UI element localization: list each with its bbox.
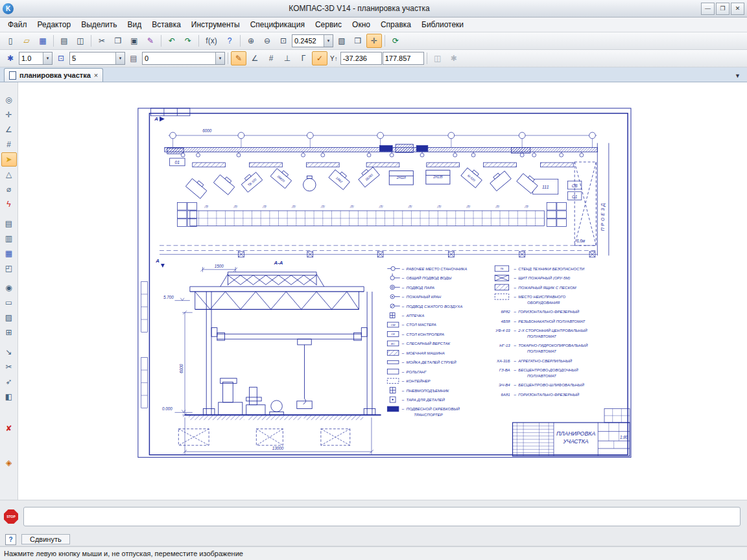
current-state-toolbar: ✱1.0▾⊡5▾▤0▾✎∠#⊥Г✓Y↑-37.236177.857◫✱ [0, 50, 747, 67]
variables-button[interactable]: f(x) [202, 34, 221, 48]
svg-text:ХА-31Б: ХА-31Б [496, 359, 510, 363]
delete-tool-button[interactable]: ✘ [1, 421, 17, 436]
print-button[interactable]: ▤ [56, 34, 72, 48]
key-tool-button[interactable]: ➤ [1, 152, 17, 167]
redo-button[interactable]: ↷ [180, 34, 196, 48]
print-preview-button[interactable]: ◫ [73, 34, 88, 48]
document-tool-button[interactable]: ▤ [1, 216, 17, 231]
x-coordinate-field[interactable]: -37.236 [340, 52, 382, 65]
step-style-button[interactable]: ⊡ [53, 51, 69, 65]
close-button[interactable]: ✕ [731, 3, 744, 15]
window-list-dropdown-icon[interactable]: ▼ [732, 70, 743, 82]
frame-tool-icon: ▦ [5, 250, 12, 257]
menu-item[interactable]: Окно [347, 18, 375, 31]
pan-tool-button[interactable]: ✛ [1, 108, 17, 122]
restore-button[interactable]: ❐ [716, 3, 729, 15]
zoom-out-button[interactable]: ⊖ [259, 34, 275, 48]
undo-button[interactable]: ↶ [164, 34, 180, 48]
chevron-down-icon[interactable]: ▾ [115, 52, 124, 64]
step-combo[interactable]: 5▾ [69, 52, 125, 65]
ortho-toggle-button[interactable]: ⊥ [279, 51, 295, 65]
doc-settings-icon: ✱ [451, 54, 457, 62]
save-document-button[interactable]: ▦ [35, 34, 51, 48]
view-tool-button[interactable]: ◰ [1, 261, 17, 275]
menu-item[interactable]: Сервис [310, 18, 347, 31]
zoom-combo[interactable]: 0.2452▾ [292, 34, 333, 47]
context-help-button[interactable]: ? [222, 34, 237, 48]
pen-toggle-icon: ✎ [235, 54, 242, 62]
line-width-combo[interactable]: 1.0▾ [19, 52, 53, 65]
svg-text:ПОЖАРНЫЙ ЯЩИК С ПЕСКОМ: ПОЖАРНЫЙ ЯЩИК С ПЕСКОМ [518, 285, 576, 290]
move-command-tab[interactable]: Сдвинуть [21, 534, 70, 544]
drawing-canvas[interactable]: /7//7//7//7//7//7//7//7//7//7//7//7/ ТВ-… [18, 82, 747, 500]
zoom-area-button[interactable]: ⊡ [276, 34, 291, 48]
zoom-in-icon: ⊕ [248, 37, 254, 45]
svg-text:/7/: /7/ [495, 205, 499, 209]
copy-button[interactable]: ❐ [110, 34, 126, 48]
y-coordinate-field[interactable]: 177.857 [383, 52, 424, 65]
scale-tool-button[interactable]: ↘ [1, 345, 17, 359]
measure-tool-button[interactable]: △ [1, 167, 17, 181]
angle-toggle-button[interactable]: ∠ [247, 51, 263, 65]
cut-button[interactable]: ✂ [94, 34, 110, 48]
copy-properties-button[interactable]: ✎ [143, 34, 158, 48]
zoom-fit-button[interactable]: ❒ [350, 34, 366, 48]
svg-text:–: – [401, 370, 405, 374]
angle-tool-button[interactable]: ∠ [1, 122, 17, 137]
lightning-tool-button[interactable]: ϟ [1, 197, 17, 211]
frame-tool-button[interactable]: ▦ [1, 246, 17, 261]
paste-button[interactable]: ▣ [126, 34, 142, 48]
zoom-tool-button[interactable]: ◎ [1, 93, 17, 107]
compact-toolbar: ◎✛∠#➤△⌀ϟ▤▥▦◰◉▭▨⊞↘✂➶◧✘◈ [0, 82, 18, 500]
stop-button[interactable]: STOP [4, 509, 18, 524]
svg-text:ОБЩИЙ ПОДВОД ВОДЫ: ОБЩИЙ ПОДВОД ВОДЫ [407, 275, 453, 280]
zoom-in-button[interactable]: ⊕ [243, 34, 259, 48]
chevron-down-icon[interactable]: ▾ [43, 52, 52, 64]
trim-tool-button[interactable]: ✂ [1, 360, 17, 374]
menu-item[interactable]: Вставка [147, 18, 186, 31]
hatch-tool-button[interactable]: ▨ [1, 310, 17, 325]
menu-item[interactable]: Файл [3, 18, 32, 31]
rect-tool-button[interactable]: ▭ [1, 296, 17, 310]
svg-text:2Н135: 2Н135 [433, 176, 443, 179]
pan-button[interactable]: ✛ [366, 34, 382, 48]
diameter-tool-button[interactable]: ⌀ [1, 182, 17, 196]
menu-item[interactable]: Справка [375, 18, 416, 31]
property-input[interactable] [23, 507, 741, 526]
svg-text:4Б58: 4Б58 [501, 320, 511, 323]
layers-button[interactable]: ▤ [126, 51, 141, 65]
tab-drawing[interactable]: планировка участка × [4, 68, 103, 82]
pen-toggle-button[interactable]: ✎ [231, 51, 246, 65]
minimize-button[interactable]: — [701, 3, 715, 15]
menu-item[interactable]: Инструменты [186, 18, 245, 31]
half-tool-button[interactable]: ◧ [1, 390, 17, 404]
menu-item[interactable]: Выделить [76, 18, 122, 31]
insert-tool-icon: ⊞ [5, 329, 12, 336]
grid-tool-button[interactable]: # [1, 137, 17, 152]
corner-toggle-button[interactable]: Г [296, 51, 311, 65]
section-mark: А [155, 258, 160, 264]
paste-icon: ▣ [130, 37, 137, 45]
insert-tool-button[interactable]: ⊞ [1, 325, 17, 340]
menu-item[interactable]: Вид [123, 18, 147, 31]
menu-item[interactable]: Библиотеки [416, 18, 469, 31]
line-style-button[interactable]: ✱ [3, 51, 18, 65]
refresh-button[interactable]: ⟳ [388, 34, 403, 48]
chevron-down-icon[interactable]: ▾ [324, 35, 333, 47]
new-document-button[interactable]: ▯ [3, 34, 18, 48]
library-tool-button[interactable]: ◈ [1, 456, 17, 470]
open-document-button[interactable]: ▱ [19, 34, 34, 48]
print-preview-icon: ◫ [77, 37, 84, 45]
arrow-tool-button[interactable]: ➶ [1, 375, 17, 389]
menu-item[interactable]: Спецификация [245, 18, 310, 31]
sheet-tool-button[interactable]: ▥ [1, 231, 17, 246]
snaps-toggle-button[interactable]: ✓ [312, 51, 327, 65]
chevron-down-icon[interactable]: ▾ [215, 52, 224, 64]
layer-combo[interactable]: 0▾ [142, 52, 225, 65]
zoom-rect-button[interactable]: ▧ [334, 34, 350, 48]
help-icon[interactable]: ? [5, 534, 16, 545]
grid-toggle-button[interactable]: # [263, 51, 279, 65]
tab-close-icon[interactable]: × [94, 71, 98, 79]
target-tool-button[interactable]: ◉ [1, 281, 17, 295]
menu-item[interactable]: Редактор [32, 18, 77, 31]
